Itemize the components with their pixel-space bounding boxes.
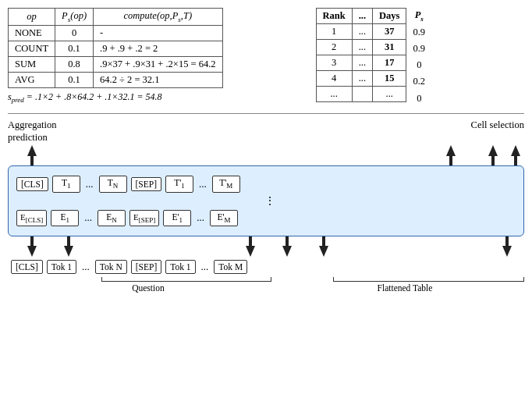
input-tok1: Tok 1 [47, 260, 76, 274]
days-dots: ... [373, 87, 406, 102]
compute-sum: .9×37 + .9×31 + .2×15 = 64.2 [94, 56, 223, 72]
op-none: NONE [9, 25, 55, 41]
arrow-cls-bottom [27, 236, 37, 257]
dots-middle1: ... [84, 178, 95, 190]
rank-header: Rank [316, 9, 352, 24]
svg-marker-15 [282, 246, 292, 257]
dots-1: ... [352, 24, 372, 40]
transformer-blue-box: [CLS] T1 ... TN [SEP] T'1 ... T'M ⋮ E[CL… [8, 165, 524, 236]
days-header: Days [373, 9, 406, 24]
svg-rect-12 [249, 236, 252, 246]
compute-avg: 64.2 ÷ 2 = 32.1 [94, 72, 223, 87]
col-header-op: op [9, 9, 55, 26]
compute-count: .9 + .9 + .2 = 2 [94, 41, 223, 56]
ps-val-4: 0.2 [413, 73, 425, 90]
section-divider [8, 113, 524, 114]
dots-4: ... [352, 71, 372, 87]
svg-rect-18 [505, 236, 509, 246]
days-4: 15 [373, 71, 406, 87]
table-row: 1 ... 37 [316, 24, 406, 40]
days-1: 37 [373, 24, 406, 40]
ranking-table: Rank ... Days 1 ... 37 2 ... 31 3 [316, 8, 407, 102]
ps-sum: 0.8 [55, 56, 94, 72]
vertical-dots: ⋮ [16, 196, 516, 207]
svg-rect-5 [491, 156, 495, 165]
input-sep: [SEP] [131, 260, 161, 274]
svg-marker-19 [502, 246, 512, 257]
right-table-section: Rank ... Days 1 ... 37 2 ... 31 3 [316, 8, 525, 107]
bracket-labels: Question Flattened Table [8, 277, 524, 293]
dots-middle2: ... [197, 178, 208, 190]
table-row: ... ... [316, 87, 406, 102]
embed-1-prime: E'1 [163, 210, 191, 226]
ps-val-1: 0.9 [413, 24, 425, 41]
embed-1: E1 [51, 210, 79, 226]
dots-embed2: ... [195, 211, 206, 224]
diagram-section: Aggregationprediction Cell selection [CL… [8, 119, 524, 293]
input-tokn: Tok N [95, 260, 127, 274]
token-cls-top: [CLS] [16, 177, 48, 191]
ps-count: 0.1 [55, 41, 94, 56]
input-tok1r: Tok 1 [165, 260, 195, 274]
svg-rect-16 [322, 236, 325, 246]
svg-marker-2 [446, 145, 456, 156]
embed-m-prime: E'M [210, 210, 238, 226]
svg-rect-10 [67, 236, 70, 246]
arrow-agg-up [27, 145, 37, 165]
table-row: 4 ... 15 [316, 71, 406, 87]
input-token-row: [CLS] Tok 1 ... Tok N [SEP] Tok 1 ... To… [8, 260, 524, 274]
embed-n: EN [98, 210, 126, 226]
embed-cls: E[CLS] [16, 210, 47, 226]
token-tm-prime: T'M [212, 176, 240, 192]
table-row: NONE 0 - [9, 25, 223, 41]
top-token-row: [CLS] T1 ... TN [SEP] T'1 ... T'M [16, 176, 516, 192]
svg-rect-7 [514, 156, 517, 165]
input-dots2: ... [200, 261, 211, 273]
svg-rect-8 [30, 236, 34, 246]
svg-marker-6 [511, 145, 520, 156]
compute-none: - [94, 25, 223, 41]
table-row: AVG 0.1 64.2 ÷ 2 = 32.1 [9, 72, 223, 87]
svg-marker-11 [64, 246, 73, 257]
dots-embed1: ... [83, 211, 94, 224]
ps-val-dots: 0 [417, 91, 421, 107]
table-row: SUM 0.8 .9×37 + .9×31 + .2×15 = 64.2 [9, 56, 223, 72]
svg-marker-0 [27, 145, 37, 156]
svg-marker-17 [319, 246, 328, 257]
days-3: 17 [373, 55, 406, 71]
dots-5 [352, 87, 372, 102]
token-t1-prime: T'1 [165, 176, 193, 192]
formula: spred = .1×2 + .8×64.2 + .1×32.1 = 54.8 [8, 91, 300, 104]
embed-sep: E[SEP] [129, 210, 159, 226]
input-cls: [CLS] [11, 260, 43, 274]
rank-1: 1 [316, 24, 352, 40]
ps-column: Ps 0.9 0.9 0 0.2 0 [413, 8, 425, 107]
rank-dots: ... [316, 87, 352, 102]
input-tokm: Tok M [214, 260, 247, 274]
svg-rect-14 [286, 236, 289, 246]
arrow-cell1-up [445, 145, 456, 165]
arrow-tokm-bottom [502, 236, 512, 257]
days-2: 31 [373, 40, 406, 55]
op-sum: SUM [9, 56, 55, 72]
ps-val-2: 0.9 [413, 41, 425, 57]
token-t1: T1 [52, 176, 80, 192]
ps-col-header: Ps [415, 9, 424, 23]
op-count: COUNT [9, 41, 55, 56]
op-avg: AVG [9, 72, 55, 87]
rank-4: 4 [316, 71, 352, 87]
input-dots1: ... [80, 261, 91, 273]
ps-avg: 0.1 [55, 72, 94, 87]
question-label: Question [132, 283, 165, 293]
dots-header: ... [352, 9, 372, 24]
ps-none: 0 [55, 25, 94, 41]
rank-3: 3 [316, 55, 352, 71]
aggregation-label: Aggregationprediction [8, 119, 86, 144]
dots-3: ... [352, 55, 372, 71]
col-header-compute: compute(op,Ps,T) [94, 9, 223, 26]
arrow-tok1r-bottom [318, 236, 329, 257]
token-tn: TN [99, 176, 127, 192]
cell-selection-label: Cell selection [423, 119, 524, 144]
token-sep-top: [SEP] [131, 177, 161, 191]
table-row: COUNT 0.1 .9 + .9 + .2 = 2 [9, 41, 223, 56]
